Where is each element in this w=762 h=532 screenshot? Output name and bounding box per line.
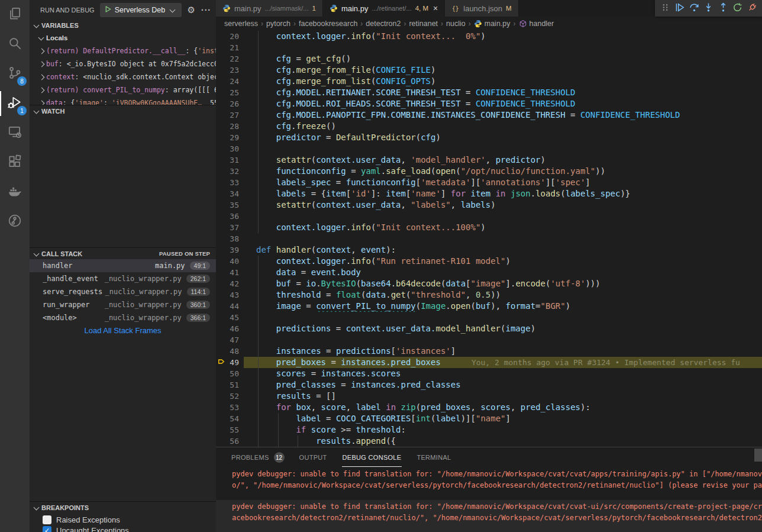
breakpoint-margin[interactable] xyxy=(216,424,226,436)
step-into-button[interactable] xyxy=(702,2,715,15)
variables-section-header[interactable]: VARIABLES xyxy=(30,20,216,31)
variable-row[interactable]: context: <nuclio_sdk.context.Context obj… xyxy=(30,70,216,83)
editor-tab-2[interactable]: main.py.../retinanet/...4, M× xyxy=(323,0,445,17)
disconnect-button[interactable] xyxy=(745,2,758,15)
code-line[interactable]: 38 xyxy=(216,233,762,244)
more-actions-icon[interactable]: ··· xyxy=(201,5,211,15)
breadcrumb-item[interactable]: retinanet xyxy=(409,20,438,28)
breadcrumb-item[interactable]: handler xyxy=(519,20,554,28)
code-line[interactable]: 24 cfg.merge_from_list(CONFIG_OPTS) xyxy=(216,76,762,87)
breakpoint-margin[interactable] xyxy=(216,31,226,42)
breakpoint-row[interactable]: Raised Exceptions xyxy=(30,513,216,526)
code-line[interactable]: 43 threshold = float(data.get("threshold… xyxy=(216,289,762,301)
breakpoint-margin[interactable] xyxy=(216,436,226,447)
breakpoint-margin[interactable] xyxy=(216,233,226,244)
stack-frame-row[interactable]: handlermain.py49:1 xyxy=(30,259,216,272)
debug-start-icon[interactable] xyxy=(104,5,112,15)
close-icon[interactable]: × xyxy=(433,4,438,12)
breakpoint-row[interactable]: ✓Uncaught Exceptions xyxy=(30,526,216,532)
code-line[interactable]: 47 xyxy=(216,334,762,346)
activity-item-search[interactable] xyxy=(0,30,30,59)
code-line[interactable]: 45 xyxy=(216,312,762,323)
breakpoints-section-header[interactable]: BREAKPOINTS xyxy=(30,501,216,513)
code-line[interactable]: 22 cfg = get_cfg() xyxy=(216,53,762,65)
code-line[interactable]: 33 labels_spec = functionconfig['metadat… xyxy=(216,177,762,188)
editor-tab-3[interactable]: {}launch.jsonM xyxy=(445,0,518,17)
breakpoint-margin[interactable] xyxy=(216,76,226,87)
code-line[interactable]: 35 setattr(context.user_data, "labels", … xyxy=(216,199,762,211)
stack-frame-row[interactable]: <module>_nuclio_wrapper.py366:1 xyxy=(30,311,216,324)
activity-item-source-control[interactable]: 8 xyxy=(0,59,30,89)
code-line[interactable]: 46 predictions = context.user_data.model… xyxy=(216,323,762,334)
breakpoint-margin[interactable] xyxy=(216,289,226,301)
code-line[interactable]: 56 results.append({ xyxy=(216,436,762,447)
code-line[interactable]: 30 xyxy=(216,143,762,154)
breakpoint-margin[interactable] xyxy=(216,53,226,65)
activity-item-run-and-debug[interactable]: 1 xyxy=(0,89,30,118)
breakpoint-margin[interactable] xyxy=(216,188,226,199)
gear-icon[interactable]: ⚙ xyxy=(188,5,195,15)
code-line[interactable]: 28 cfg.freeze() xyxy=(216,121,762,132)
code-line[interactable]: 37 context.logger.info("Init context...1… xyxy=(216,222,762,233)
activity-item-docker[interactable] xyxy=(0,178,30,207)
breakpoint-margin[interactable] xyxy=(216,256,226,267)
breakpoint-margin[interactable] xyxy=(216,211,226,222)
activity-item-extensions[interactable] xyxy=(0,148,30,178)
breakpoint-margin[interactable] xyxy=(216,379,226,391)
code-line[interactable]: 52 results = [] xyxy=(216,391,762,402)
call-stack-section-header[interactable]: CALL STACK PAUSED ON STEP xyxy=(30,247,216,259)
code-line[interactable]: 54 label = COCO_CATEGORIES[int(label)]["… xyxy=(216,413,762,424)
breakpoint-margin[interactable] xyxy=(216,334,226,346)
code-line[interactable]: 26 cfg.MODEL.ROI_HEADS.SCORE_THRESH_TEST… xyxy=(216,98,762,109)
editor-tab-1[interactable]: main.py.../siammask/...1 xyxy=(216,0,323,17)
breakpoint-margin[interactable] xyxy=(216,278,226,289)
stack-frame-row[interactable]: run_wrapper_nuclio_wrapper.py360:1 xyxy=(30,298,216,311)
code-line[interactable]: 40 context.logger.info("Run retinanet-R1… xyxy=(216,256,762,267)
code-line[interactable]: 39def handler(context, event): xyxy=(216,244,762,256)
variable-row[interactable]: (return) DefaultPredictor.__call__: {'in… xyxy=(30,44,216,57)
breakpoint-margin[interactable] xyxy=(216,244,226,256)
breakpoint-margin[interactable] xyxy=(216,267,226,278)
breadcrumb-item[interactable]: nuclio xyxy=(446,20,466,28)
breadcrumb-item[interactable]: pytorch xyxy=(266,20,290,28)
breadcrumb-item[interactable]: main.py xyxy=(474,20,511,28)
breakpoint-margin[interactable] xyxy=(216,301,226,312)
code-line[interactable]: 29 predictor = DefaultPredictor(cfg) xyxy=(216,132,762,143)
activity-item-remote-explorer[interactable] xyxy=(0,118,30,148)
code-line[interactable]: 50 scores = instances.scores xyxy=(216,368,762,379)
breakpoint-margin[interactable] xyxy=(216,98,226,109)
checkbox[interactable]: ✓ xyxy=(43,526,51,532)
code-line[interactable]: 32 functionconfig = yaml.safe_load(open(… xyxy=(216,166,762,177)
step-over-button[interactable] xyxy=(687,2,700,15)
load-all-stack-frames-link[interactable]: Load All Stack Frames xyxy=(30,324,216,337)
variables-scope-locals[interactable]: Locals xyxy=(30,31,216,44)
breakpoint-margin[interactable] xyxy=(216,143,226,154)
console-message-block[interactable]: pydev debugger: unable to find translati… xyxy=(216,500,762,532)
breakpoint-margin[interactable] xyxy=(216,402,226,413)
breakpoint-margin[interactable] xyxy=(216,132,226,143)
breakpoint-margin[interactable] xyxy=(216,154,226,166)
code-line[interactable]: 25 cfg.MODEL.RETINANET.SCORE_THRESH_TEST… xyxy=(216,87,762,98)
breakpoint-margin[interactable] xyxy=(216,42,226,53)
activity-item-gitlens[interactable] xyxy=(0,207,30,237)
breakpoint-margin[interactable] xyxy=(216,166,226,177)
code-line[interactable]: 27 cfg.MODEL.PANOPTIC_FPN.COMBINE.INSTAN… xyxy=(216,109,762,121)
variable-row[interactable]: (return) convert_PIL_to_numpy: array([[[… xyxy=(30,83,216,96)
variable-row[interactable]: buf: <_io.BytesIO object at 0x7f5a2dc1ec… xyxy=(30,57,216,70)
breakpoint-margin[interactable] xyxy=(216,413,226,424)
code-line[interactable]: 51 pred_classes = instances.pred_classes xyxy=(216,379,762,391)
code-line[interactable]: 34 labels = {item['id']: item['name'] fo… xyxy=(216,188,762,199)
breakpoint-margin[interactable] xyxy=(216,357,226,368)
panel-tab-problems[interactable]: PROBLEMS12 xyxy=(231,447,285,467)
breakpoint-margin[interactable] xyxy=(216,177,226,188)
code-line[interactable]: 36 xyxy=(216,211,762,222)
stack-frame-row[interactable]: serve_requests_nuclio_wrapper.py114:1 xyxy=(30,285,216,298)
watch-section-header[interactable]: WATCH xyxy=(30,105,216,117)
code-line[interactable]: 23 cfg.merge_from_file(CONFIG_FILE) xyxy=(216,65,762,76)
code-line[interactable]: 31 setattr(context.user_data, 'model_han… xyxy=(216,154,762,166)
scrollbar-thumb[interactable] xyxy=(754,449,762,462)
code-editor[interactable]: 20 context.logger.info("Init context... … xyxy=(216,31,762,447)
panel-tab-terminal[interactable]: TERMINAL xyxy=(416,447,451,467)
panel-tab-debug-console[interactable]: DEBUG CONSOLE xyxy=(342,447,402,467)
checkbox[interactable] xyxy=(43,515,51,524)
